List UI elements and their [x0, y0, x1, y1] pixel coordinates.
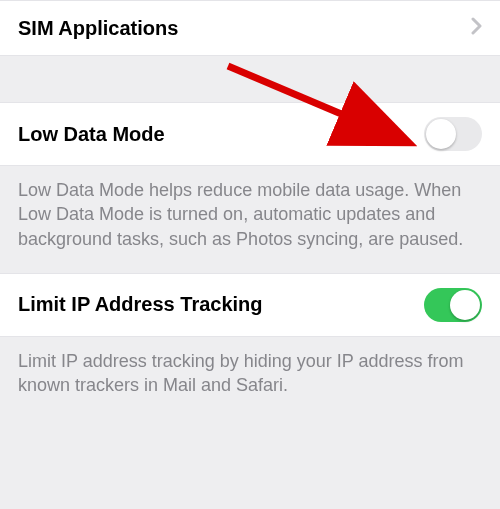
低-data-mode-footer: Low Data Mode helps reduce mobile data u… [0, 166, 500, 251]
limit-ip-tracking-footer-text: Limit IP address tracking by hiding your… [18, 351, 464, 395]
low-data-mode-toggle[interactable] [424, 117, 482, 151]
section-gap [0, 251, 500, 273]
toggle-knob [450, 290, 480, 320]
limit-ip-tracking-row: Limit IP Address Tracking [0, 273, 500, 337]
toggle-knob [426, 119, 456, 149]
low-data-mode-label: Low Data Mode [18, 123, 165, 146]
limit-ip-tracking-label: Limit IP Address Tracking [18, 293, 263, 316]
limit-ip-tracking-footer: Limit IP address tracking by hiding your… [0, 337, 500, 398]
sim-applications-row[interactable]: SIM Applications [0, 0, 500, 56]
sim-applications-label: SIM Applications [18, 17, 178, 40]
chevron-right-icon [471, 15, 482, 41]
limit-ip-tracking-toggle[interactable] [424, 288, 482, 322]
low-data-mode-row: Low Data Mode [0, 102, 500, 166]
section-gap [0, 56, 500, 102]
low-data-mode-footer-text: Low Data Mode helps reduce mobile data u… [18, 180, 463, 249]
